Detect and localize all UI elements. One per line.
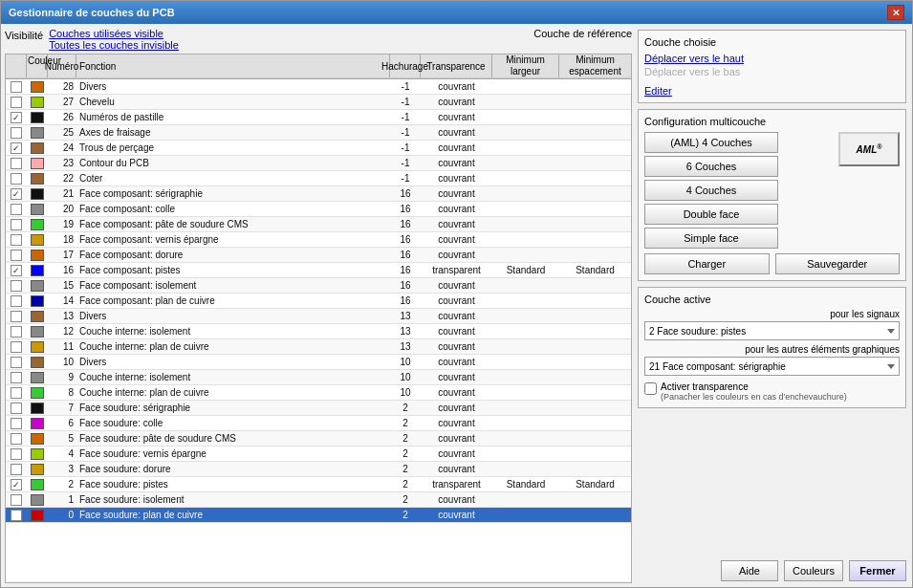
table-row[interactable]: ✓24Trous de perçage-1couvrant (6, 141, 631, 156)
color-swatch[interactable] (31, 173, 44, 185)
row-checkbox[interactable] (11, 173, 22, 185)
table-row[interactable]: 23Contour du PCB-1couvrant (6, 156, 631, 171)
color-swatch[interactable] (31, 127, 44, 139)
color-swatch[interactable] (31, 234, 44, 246)
table-row[interactable]: 14Face composant: plan de cuivre16couvra… (6, 294, 631, 309)
color-swatch[interactable] (31, 112, 44, 123)
table-row[interactable]: 9Couche interne: isolement10couvrant (6, 370, 631, 385)
table-row[interactable]: 28Divers-1couvrant (6, 79, 631, 95)
aml4-button[interactable]: (AML) 4 Couches (644, 132, 778, 153)
table-row[interactable]: 12Couche interne: isolement13couvrant (6, 324, 631, 339)
color-swatch[interactable] (31, 403, 44, 414)
table-row[interactable]: 11Couche interne: plan de cuivre13couvra… (6, 339, 631, 355)
6couches-button[interactable]: 6 Couches (644, 156, 778, 177)
signal-dropdown-wrapper[interactable]: 2 Face soudure: pistes (644, 321, 900, 340)
row-checkbox[interactable] (11, 81, 22, 93)
row-checkbox[interactable] (11, 494, 22, 506)
color-swatch[interactable] (31, 204, 44, 215)
color-swatch[interactable] (31, 280, 44, 292)
row-checkbox[interactable] (11, 127, 22, 139)
signal-dropdown[interactable]: 2 Face soudure: pistes (644, 321, 900, 340)
table-row[interactable]: 7Face soudure: sérigraphie2couvrant (6, 401, 631, 416)
close-button[interactable]: ✕ (887, 5, 904, 20)
sauvegarder-button[interactable]: Sauvegarder (775, 253, 901, 274)
table-row[interactable]: 17Face composant: dorure16couvrant (6, 248, 631, 263)
row-checkbox[interactable] (11, 97, 22, 108)
move-up-link[interactable]: Déplacer vers le haut (644, 53, 900, 64)
row-checkbox[interactable]: ✓ (11, 265, 22, 276)
table-row[interactable]: ✓21Face composant: sérigraphie16couvrant (6, 186, 631, 202)
color-swatch[interactable] (31, 448, 44, 460)
color-swatch[interactable] (31, 341, 44, 353)
graphic-dropdown-wrapper[interactable]: 21 Face composant: sérigraphie (644, 357, 900, 376)
color-swatch[interactable] (31, 219, 44, 230)
table-row[interactable]: 19Face composant: pâte de soudure CMS16c… (6, 217, 631, 232)
color-swatch[interactable] (31, 311, 44, 322)
row-checkbox[interactable] (11, 295, 22, 307)
row-checkbox[interactable] (11, 219, 22, 230)
row-checkbox[interactable] (11, 510, 22, 521)
row-checkbox[interactable] (11, 464, 22, 475)
table-row[interactable]: 15Face composant: isolement16couvrant (6, 278, 631, 294)
color-swatch[interactable] (31, 372, 44, 383)
table-row[interactable]: 6Face soudure: colle2couvrant (6, 416, 631, 431)
color-swatch[interactable] (31, 479, 44, 490)
color-swatch[interactable] (31, 97, 44, 108)
table-row[interactable]: ✓2Face soudure: pistes2transparentStanda… (6, 477, 631, 492)
color-swatch[interactable] (31, 326, 44, 338)
double-face-button[interactable]: Double face (644, 204, 778, 225)
row-checkbox[interactable]: ✓ (11, 188, 22, 200)
color-swatch[interactable] (31, 295, 44, 307)
couleurs-button[interactable]: Couleurs (784, 560, 843, 581)
row-checkbox[interactable] (11, 280, 22, 292)
table-row[interactable]: 4Face soudure: vernis épargne2couvrant (6, 446, 631, 462)
table-row[interactable]: 1Face soudure: isolement2couvrant (6, 492, 631, 508)
row-checkbox[interactable] (11, 418, 22, 429)
row-checkbox[interactable] (11, 357, 22, 368)
color-swatch[interactable] (31, 142, 44, 154)
color-swatch[interactable] (31, 433, 44, 445)
row-checkbox[interactable] (11, 234, 22, 246)
table-row[interactable]: 5Face soudure: pâte de soudure CMS2couvr… (6, 431, 631, 446)
table-row[interactable]: 10Divers10couvrant (6, 355, 631, 370)
row-checkbox[interactable] (11, 387, 22, 399)
charger-button[interactable]: Charger (644, 253, 770, 274)
row-checkbox[interactable] (11, 326, 22, 338)
row-checkbox[interactable]: ✓ (11, 479, 22, 490)
row-checkbox[interactable]: ✓ (11, 112, 22, 123)
row-checkbox[interactable] (11, 311, 22, 322)
row-checkbox[interactable] (11, 341, 22, 353)
aide-button[interactable]: Aide (721, 560, 778, 581)
row-checkbox[interactable] (11, 433, 22, 445)
table-row[interactable]: 0Face soudure: plan de cuivre2couvrant (6, 508, 631, 523)
table-row[interactable]: ✓16Face composant: pistes16transparentSt… (6, 263, 631, 278)
row-checkbox[interactable] (11, 403, 22, 414)
couches-visibles-link[interactable]: Couches utilisées visible (49, 28, 163, 39)
table-row[interactable]: 3Face soudure: dorure2couvrant (6, 462, 631, 477)
table-row[interactable]: 18Face composant: vernis épargne16couvra… (6, 232, 631, 248)
color-swatch[interactable] (31, 81, 44, 93)
couches-invisibles-link[interactable]: Toutes les couches invisible (49, 39, 179, 51)
row-checkbox[interactable] (11, 158, 22, 169)
color-swatch[interactable] (31, 510, 44, 521)
table-row[interactable]: 25Axes de fraisage-1couvrant (6, 125, 631, 141)
color-swatch[interactable] (31, 265, 44, 276)
table-row[interactable]: 13Divers13couvrant (6, 309, 631, 324)
color-swatch[interactable] (31, 464, 44, 475)
row-checkbox[interactable] (11, 250, 22, 261)
4couches-button[interactable]: 4 Couches (644, 180, 778, 201)
simple-face-button[interactable]: Simple face (644, 228, 778, 249)
row-checkbox[interactable] (11, 204, 22, 215)
color-swatch[interactable] (31, 494, 44, 506)
edit-link[interactable]: Editer (644, 85, 900, 97)
color-swatch[interactable] (31, 418, 44, 429)
table-row[interactable]: 27Chevelu-1couvrant (6, 95, 631, 110)
table-row[interactable]: ✓26Numéros de pastille-1couvrant (6, 110, 631, 125)
row-checkbox[interactable]: ✓ (11, 142, 22, 154)
transparency-checkbox[interactable] (644, 382, 657, 395)
row-checkbox[interactable] (11, 448, 22, 460)
color-swatch[interactable] (31, 188, 44, 200)
table-row[interactable]: 8Couche interne: plan de cuivre10couvran… (6, 385, 631, 401)
row-checkbox[interactable] (11, 372, 22, 383)
color-swatch[interactable] (31, 387, 44, 399)
